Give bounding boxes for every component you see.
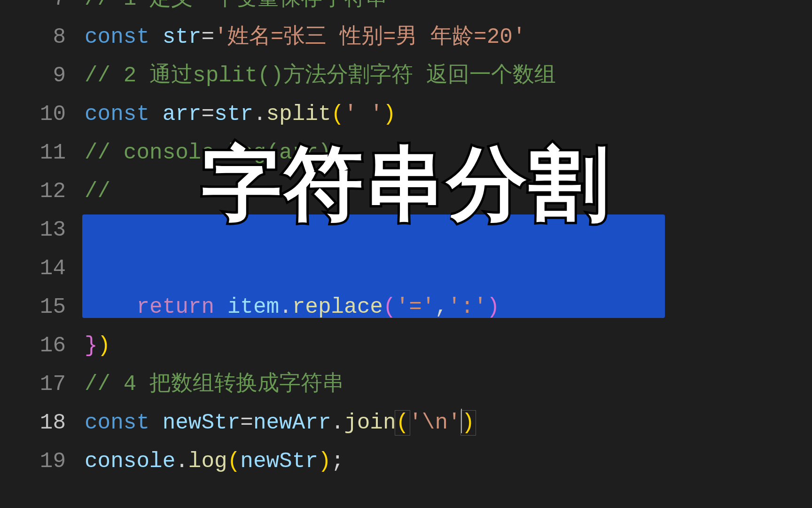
code-line[interactable]: 9 // 2 通过split()方法分割字符 返回一个数组 (0, 56, 812, 95)
string-literal: ' ' (344, 102, 383, 127)
dot-operator: . (253, 102, 266, 127)
dot-operator: . (175, 449, 188, 474)
dot-operator: . (331, 411, 344, 435)
string-literal: '\n' (409, 411, 461, 435)
line-number: 14 (0, 249, 85, 288)
line-number: 8 (0, 18, 85, 56)
method-replace: replace (292, 295, 383, 319)
comment: // 1 定义一个变量保存字符串 (85, 0, 387, 11)
code-line[interactable]: 17 // 4 把数组转换成字符串 (0, 365, 812, 404)
keyword-const: const (85, 102, 149, 127)
paren-open: ( (331, 102, 344, 127)
line-number: 10 (0, 95, 85, 134)
code-line[interactable]: 8 const str='姓名=张三 性别=男 年龄=20' (0, 18, 812, 56)
keyword-return: return (136, 295, 214, 319)
line-number: 16 (0, 326, 85, 365)
code-line[interactable]: 14 (0, 249, 812, 288)
equals-operator: = (201, 25, 214, 49)
line-number: 19 (0, 442, 85, 481)
equals-operator: = (240, 411, 253, 435)
comment: // (85, 179, 110, 204)
paren-close: ) (383, 102, 396, 127)
method-log: log (188, 449, 227, 474)
line-number: 15 (0, 288, 85, 326)
brace-close: } (85, 333, 98, 358)
code-line[interactable]: 15 return item.replace('=',':') (0, 288, 812, 326)
paren-open: ( (227, 449, 241, 474)
code-line[interactable]: 16 }) (0, 326, 812, 365)
line-number: 13 (0, 211, 85, 249)
code-line-active[interactable]: 18 const newStr=newArr.join('\n') (0, 404, 812, 442)
dot-operator: . (279, 295, 292, 319)
line-number: 11 (0, 134, 85, 172)
line-number: 18 (0, 404, 85, 442)
variable-item: item (227, 295, 279, 319)
method-split: split (266, 102, 331, 127)
paren-open-matched: ( (395, 410, 411, 436)
object-newarr: newArr (253, 411, 331, 435)
code-line[interactable]: 11 // console.log(arr) (0, 134, 812, 172)
line-number: 9 (0, 56, 85, 95)
comment: // 4 把数组转换成字符串 (85, 372, 344, 397)
object-str: str (214, 102, 253, 127)
method-join: join (344, 411, 396, 435)
string-literal: '姓名=张三 性别=男 年龄=20' (214, 25, 525, 49)
keyword-const: const (85, 25, 149, 49)
line-number: 17 (0, 365, 85, 404)
paren-close: ) (98, 333, 111, 358)
comment: // 2 通过split()方法分割字符 返回一个数组 (85, 64, 556, 88)
code-line[interactable]: 19 console.log(newStr); (0, 442, 812, 481)
text-cursor (461, 409, 462, 433)
line-number: 12 (0, 172, 85, 211)
code-line[interactable]: 12 // (0, 172, 812, 211)
equals-operator: = (201, 102, 214, 127)
paren-close: ) (487, 295, 500, 319)
variable-str: str (163, 25, 202, 49)
line-number: 7 (0, 0, 85, 8)
code-line[interactable]: 13 (0, 211, 812, 249)
comma: , (435, 295, 448, 319)
paren-open: ( (383, 295, 396, 319)
object-console: console (85, 449, 175, 474)
semicolon: ; (331, 449, 344, 474)
code-editor[interactable]: 7 // 1 定义一个变量保存字符串 8 const str='姓名=张三 性别… (0, 0, 812, 498)
variable-newstr: newStr (163, 411, 241, 435)
code-line[interactable]: 7 // 1 定义一个变量保存字符串 (0, 0, 812, 18)
argument-newstr: newStr (240, 449, 318, 474)
string-literal: '=' (396, 295, 435, 319)
code-line[interactable]: 10 const arr=str.split(' ') (0, 95, 812, 134)
string-literal: ':' (448, 295, 487, 319)
comment: // console.log(arr) (85, 141, 331, 165)
paren-close-matched: ) (461, 410, 476, 436)
paren-close: ) (318, 449, 331, 474)
variable-arr: arr (163, 102, 202, 127)
keyword-const: const (85, 411, 149, 435)
